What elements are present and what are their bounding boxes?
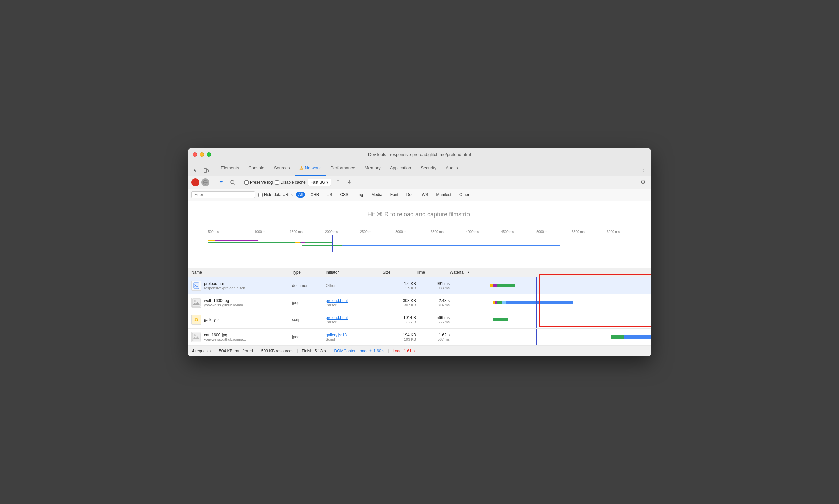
- waterfall-cell-preload: [450, 277, 648, 294]
- status-resources: 503 KB resources: [257, 349, 298, 353]
- ruler-label-10: 5500 ms: [560, 230, 596, 234]
- preserve-log-label[interactable]: Preserve log: [244, 180, 272, 184]
- filter-chip-css[interactable]: CSS: [338, 192, 351, 198]
- filter-chip-doc[interactable]: Doc: [404, 192, 416, 198]
- table-row[interactable]: JS gallery.js script preload.html Parser…: [188, 311, 651, 328]
- ruler-label-0: 500 ms: [208, 230, 243, 234]
- toolbar-separator-2: [240, 179, 241, 186]
- col-header-waterfall[interactable]: Waterfall ▲: [450, 270, 648, 275]
- status-requests: 4 requests: [192, 349, 215, 353]
- waterfall-cell-gallery: [450, 311, 648, 328]
- name-text-wolf: wolf_1600.jpg yoavweiss.github.io/ima...: [204, 298, 246, 307]
- time-cell-gallery: 566 ms 565 ms: [416, 316, 450, 324]
- hide-data-urls-label[interactable]: Hide data URLs: [258, 192, 293, 197]
- file-icon-html: [191, 281, 201, 291]
- time-cell-cat: 1.62 s 567 ms: [416, 332, 450, 341]
- filter-chip-js[interactable]: JS: [325, 192, 334, 198]
- table-row[interactable]: cat_1600.jpg yoavweiss.github.io/ima... …: [188, 328, 651, 346]
- ruler-labels: 500 ms 1000 ms 1500 ms 2000 ms 2500 ms 3…: [188, 230, 651, 234]
- status-dom-loaded: DOMContentLoaded: 1.60 s: [330, 349, 389, 353]
- clear-button[interactable]: [201, 178, 210, 186]
- status-transferred: 504 KB transferred: [215, 349, 257, 353]
- tabbar-icons: [191, 166, 211, 176]
- table-row[interactable]: preload.html responsive-preload.glitch..…: [188, 277, 651, 294]
- file-icon-cat: [191, 332, 201, 342]
- initiator-cell-cat: gallery.js:18 Script: [325, 332, 382, 341]
- filter-chip-all[interactable]: All: [296, 192, 305, 198]
- search-icon[interactable]: [228, 178, 237, 187]
- svg-rect-0: [204, 169, 207, 173]
- ruler-label-11: 6000 ms: [596, 230, 631, 234]
- filmstrip-hint: Hit ⌘ R to reload and capture filmstrip.: [368, 211, 471, 218]
- more-tabs-icon[interactable]: ⋮: [639, 166, 648, 176]
- file-icon-gallery: JS: [191, 315, 201, 325]
- throttle-dropdown[interactable]: Fast 3G ▾: [308, 179, 332, 186]
- tabbar-more: ⋮: [639, 166, 648, 176]
- tab-elements[interactable]: Elements: [216, 161, 244, 176]
- col-header-type[interactable]: Type: [292, 270, 325, 275]
- window-title: DevTools - responsive-preload.glitch.me/…: [368, 152, 471, 157]
- tab-application[interactable]: Application: [385, 161, 416, 176]
- table-row[interactable]: wolf_1600.jpg yoavweiss.github.io/ima...…: [188, 294, 651, 311]
- file-icon-wolf: [191, 298, 201, 308]
- disable-cache-label[interactable]: Disable cache: [274, 180, 305, 184]
- device-toolbar-icon[interactable]: [201, 166, 211, 176]
- col-header-size[interactable]: Size: [382, 270, 416, 275]
- upload-icon[interactable]: [333, 178, 343, 187]
- ruler-label-4: 2500 ms: [349, 230, 384, 234]
- name-cell-preload: preload.html responsive-preload.glitch..…: [191, 281, 292, 291]
- filter-chip-font[interactable]: Font: [388, 192, 401, 198]
- track-blue: [342, 245, 560, 246]
- initiator-cell-gallery: preload.html Parser: [325, 316, 382, 324]
- name-text-gallery: gallery.js: [204, 318, 219, 322]
- statusbar: 4 requests 504 KB transferred 503 KB res…: [188, 346, 651, 356]
- filter-chip-xhr[interactable]: XHR: [308, 192, 322, 198]
- track-purple: [208, 240, 258, 241]
- maximize-button[interactable]: [207, 152, 211, 157]
- close-button[interactable]: [193, 152, 197, 157]
- ruler-label-9: 5000 ms: [525, 230, 560, 234]
- download-icon[interactable]: [345, 178, 354, 187]
- ruler-label-6: 3500 ms: [420, 230, 455, 234]
- track-green-1: [208, 242, 332, 243]
- timeline-ruler: 500 ms 1000 ms 1500 ms 2000 ms 2500 ms 3…: [188, 228, 651, 268]
- initiator-cell-wolf: preload.html Parser: [325, 298, 382, 307]
- filter-chip-manifest[interactable]: Manifest: [434, 192, 454, 198]
- col-header-initiator[interactable]: Initiator: [325, 270, 382, 275]
- hide-data-urls-checkbox[interactable]: [258, 193, 263, 197]
- tab-security[interactable]: Security: [416, 161, 441, 176]
- tab-network[interactable]: ⚠ Network: [294, 161, 326, 176]
- size-cell-wolf: 308 KB 307 KB: [382, 298, 416, 307]
- tab-memory[interactable]: Memory: [360, 161, 385, 176]
- filter-chip-ws[interactable]: WS: [419, 192, 430, 198]
- filterbar: Hide data URLs All XHR JS CSS Img Media …: [188, 189, 651, 201]
- type-cell-preload: document: [292, 283, 325, 288]
- col-header-time[interactable]: Time: [416, 270, 450, 275]
- time-cell-preload: 991 ms 983 ms: [416, 281, 450, 290]
- filename-preload: preload.html: [204, 281, 248, 286]
- filter-input[interactable]: [191, 191, 255, 198]
- toolbar-separator-1: [213, 179, 213, 186]
- tabbar: Elements Console Sources ⚠ Network Perfo…: [188, 161, 651, 176]
- ruler-label-8: 4500 ms: [490, 230, 525, 234]
- filter-icon[interactable]: [216, 178, 226, 187]
- titlebar: DevTools - responsive-preload.glitch.me/…: [188, 148, 651, 161]
- settings-icon[interactable]: ⚙: [638, 178, 648, 187]
- filter-chip-img[interactable]: Img: [354, 192, 365, 198]
- tab-console[interactable]: Console: [244, 161, 269, 176]
- col-header-name[interactable]: Name: [191, 270, 292, 275]
- minimize-button[interactable]: [200, 152, 204, 157]
- network-toolbar: Preserve log Disable cache Fast 3G ▾: [188, 176, 651, 189]
- svg-line-5: [234, 183, 235, 184]
- preserve-log-checkbox[interactable]: [244, 180, 249, 184]
- track-yellow: [295, 242, 300, 243]
- record-button[interactable]: [191, 178, 199, 186]
- tab-audits[interactable]: Audits: [441, 161, 462, 176]
- inspect-icon[interactable]: [191, 166, 200, 176]
- filter-chip-media[interactable]: Media: [369, 192, 385, 198]
- tab-performance[interactable]: Performance: [325, 161, 360, 176]
- tab-sources[interactable]: Sources: [269, 161, 294, 176]
- disable-cache-checkbox[interactable]: [274, 180, 279, 184]
- filter-chip-other[interactable]: Other: [457, 192, 472, 198]
- network-warning-icon: ⚠: [299, 165, 304, 171]
